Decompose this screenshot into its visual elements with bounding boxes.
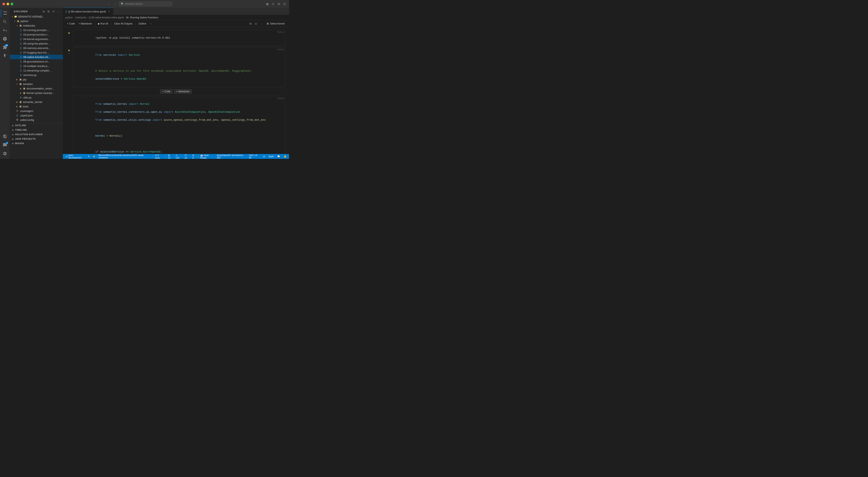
- add-code-button[interactable]: + Code: [65, 22, 76, 26]
- layout-button[interactable]: ⊞: [277, 2, 281, 6]
- cell-body-2[interactable]: from services import Service # Select a …: [73, 47, 285, 87]
- grid-layout-button[interactable]: ⊟: [282, 2, 287, 6]
- run-cell-button-2[interactable]: ▶: [67, 48, 71, 52]
- search-bar[interactable]: 🔍 semantic-kernel: [119, 2, 172, 6]
- status-format[interactable]: ⊡: [262, 154, 266, 159]
- status-kernel[interactable]: AzureOpenAI: text-davinci-003: [216, 154, 246, 159]
- tab-close-button[interactable]: ✕: [107, 9, 111, 13]
- status-no-symbol[interactable]: ⊘ 0: [191, 154, 196, 159]
- add-markdown-button[interactable]: + Markdown: [77, 22, 94, 26]
- activity-item-settings[interactable]: [1, 149, 9, 158]
- folder-icon: ▣: [19, 100, 22, 103]
- sidebar-section-timeline[interactable]: ▶ TIMELINE: [10, 128, 63, 132]
- tree-item-07[interactable]: {} 07-hugging-face-for-...: [10, 50, 63, 55]
- sidebar-section-maven[interactable]: ▶ MAVEN: [10, 141, 63, 146]
- status-info[interactable]: ⓘ 19: [184, 154, 190, 159]
- outline-button[interactable]: Outline: [137, 22, 148, 26]
- breadcrumb-notebooks[interactable]: notebooks: [75, 16, 86, 19]
- tree-item-utils-py[interactable]: ● utils.py: [10, 95, 63, 100]
- tree-item-semantic-kernel[interactable]: ▶ ▣ semantic_kernel: [10, 100, 63, 104]
- activity-item-search[interactable]: [1, 18, 9, 26]
- section-label: TIMELINE: [15, 129, 27, 131]
- tree-root-semantic-kernel[interactable]: ▾ 📁 SEMANTIC-KERNEL: [10, 14, 63, 19]
- close-button[interactable]: [2, 3, 5, 5]
- sidebar-section-outline[interactable]: ▶ OUTLINE: [10, 123, 63, 128]
- tree-item-09[interactable]: {} 09-groundedness-ch...: [10, 59, 63, 64]
- more-actions-button[interactable]: ···: [259, 22, 264, 26]
- new-folder-button[interactable]: ⊞: [46, 9, 51, 13]
- tree-item-pip[interactable]: ▶ ▣ pip: [10, 77, 63, 82]
- maximize-button[interactable]: [11, 3, 13, 5]
- refresh-explorer-button[interactable]: ↺: [52, 9, 56, 13]
- status-sync[interactable]: ↻: [87, 154, 91, 159]
- status-notifications[interactable]: 🔔: [283, 154, 287, 159]
- tree-item-04[interactable]: {} 04-kernel-arguments...: [10, 37, 63, 41]
- activity-item-remote-explorer[interactable]: [1, 132, 9, 141]
- run-all-button[interactable]: ▶ Run All: [96, 22, 110, 26]
- run-cell-button-1[interactable]: ▶: [67, 31, 71, 35]
- collapse-all-button[interactable]: ···: [56, 9, 60, 13]
- more-options-button[interactable]: ···: [148, 22, 154, 26]
- activity-item-run-debug[interactable]: [1, 35, 9, 43]
- split-editor-button[interactable]: ⊡: [254, 22, 258, 26]
- tree-item-notebooks[interactable]: ▾ ▣ notebooks: [10, 23, 63, 28]
- new-file-button[interactable]: ⊕: [42, 9, 46, 13]
- tree-item-doc-exam[interactable]: ▶ ▣ documentation_exam...: [10, 86, 63, 91]
- status-cell-info[interactable]: Cell 1 of 36: [248, 154, 260, 159]
- sidebar-section-java[interactable]: ▶ JAVA PROJECTS: [10, 137, 63, 141]
- layout-toggle-button[interactable]: ▣: [265, 2, 270, 6]
- cell-body-3[interactable]: from semantic_kernel import Kernel from …: [73, 96, 285, 154]
- expand-icon[interactable]: ▾: [69, 52, 70, 55]
- tree-item-kernel-syntax[interactable]: ▶ ▣ kernel-syntax-exampl...: [10, 91, 63, 95]
- activity-item-chat[interactable]: 1: [1, 141, 9, 149]
- add-code-inline-button[interactable]: + Code: [160, 89, 173, 94]
- git-branch-icon: ⎇: [65, 155, 68, 158]
- clear-all-outputs-button[interactable]: Clear All Outputs: [113, 22, 134, 26]
- tree-item-cspell[interactable]: {} .cspell.json: [10, 113, 63, 118]
- tree-item-08[interactable]: {} 08-native-function-inl...: [10, 55, 63, 59]
- status-spell[interactable]: Spell: [268, 154, 274, 159]
- status-java[interactable]: ☕ Java: Ready: [199, 154, 216, 159]
- breadcrumb-file[interactable]: {} 08-native-function-inline.ipynb: [89, 16, 124, 19]
- tree-item-coveragerc[interactable]: ⚙ .coveragerc: [10, 109, 63, 113]
- folder-icon: ▣: [19, 24, 22, 27]
- code-token: [102, 54, 103, 57]
- activity-item-explorer[interactable]: [1, 9, 9, 17]
- status-errors[interactable]: ⊗ 22: [167, 154, 174, 159]
- activity-item-extensions[interactable]: 10: [1, 43, 9, 52]
- add-markdown-inline-button[interactable]: + Markdown: [174, 89, 192, 94]
- activity-item-source-control[interactable]: [1, 26, 9, 34]
- tree-item-06[interactable]: {} 06-memory-and-emb...: [10, 46, 63, 50]
- tree-item-tests[interactable]: ▶ ▣ tests: [10, 104, 63, 109]
- split-editor-button[interactable]: ⊡: [271, 2, 275, 6]
- status-alerts[interactable]: ⚡: [92, 154, 96, 159]
- tree-item-05[interactable]: {} 05-using-the-planner...: [10, 41, 63, 46]
- breadcrumb-python[interactable]: python: [65, 16, 73, 19]
- status-pr[interactable]: MicrosoftDocs/semantic-kernel-pr#202 nee…: [98, 154, 152, 159]
- file-icon: ⚙: [16, 109, 19, 113]
- settings-button[interactable]: ⚙: [248, 22, 253, 26]
- tree-item-11[interactable]: {} 11-streaming-complet...: [10, 68, 63, 73]
- tree-item-editorconfig[interactable]: ⚙ .editorconfig: [10, 118, 63, 122]
- tree-item-samples[interactable]: ▾ ▣ samples: [10, 82, 63, 86]
- status-tests[interactable]: ⊘ 0 tests: [154, 154, 164, 159]
- activity-item-testing[interactable]: [1, 52, 9, 60]
- minimize-button[interactable]: [6, 3, 9, 5]
- tree-item-03[interactable]: {} 03-prompt-function-i...: [10, 32, 63, 37]
- tree-item-02[interactable]: {} 02-running-prompts-...: [10, 28, 63, 32]
- status-warnings[interactable]: ⚠ 153: [175, 154, 183, 159]
- cell-body-1[interactable]: !python -m pip install semantic-kernel==…: [73, 30, 285, 46]
- status-feedback[interactable]: 💬: [276, 154, 281, 159]
- select-kernel-button[interactable]: ⊞ Select Kernel: [265, 22, 287, 26]
- breadcrumb-section[interactable]: M↓ Running Native Functions: [126, 16, 158, 19]
- info-text: ⓘ 19: [185, 154, 190, 159]
- tree-item-services-py[interactable]: ● services.py: [10, 73, 63, 77]
- tree-item-10[interactable]: {} 10-multiple-results-p...: [10, 64, 63, 68]
- status-branch[interactable]: ⎇ java-development: [64, 154, 86, 159]
- back-button[interactable]: ←: [106, 2, 112, 6]
- tree-item-python[interactable]: ▾ ▣ python: [10, 19, 63, 23]
- tab-notebook[interactable]: {} {} 08-native-function-inline.ipynb ✕: [63, 8, 113, 15]
- forward-button[interactable]: →: [112, 2, 117, 6]
- folder-icon: ▣: [19, 105, 22, 108]
- sidebar-section-solution[interactable]: ▶ SOLUTION EXPLORER: [10, 132, 63, 137]
